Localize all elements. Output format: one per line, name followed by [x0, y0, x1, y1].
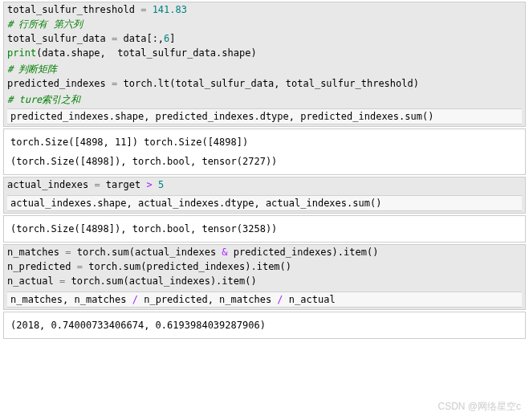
var: total_sulfur_threshold: [7, 4, 135, 15]
text: n_predicted: [7, 261, 77, 272]
code-line: predicted_indexes.shape, predicted_index…: [7, 108, 522, 124]
code-line: print(data.shape, total_sulfur_data.shap…: [4, 46, 525, 60]
code-line: n_predicted = torch.sum(predicted_indexe…: [4, 259, 525, 274]
text: torch.sum(actual_indexes).item(): [65, 275, 256, 287]
code-cell-2: actual_indexes = target > 5 actual_index…: [3, 177, 526, 214]
output-line: (torch.Size([4898]), torch.bool, tensor(…: [7, 219, 522, 239]
code-cell-3: n_matches = torch.sum(actual_indexes & p…: [3, 244, 526, 310]
assign: =: [135, 4, 153, 15]
output-line: torch.Size([4898, 11]) torch.Size([4898]…: [7, 133, 522, 152]
output-cell-3: (2018, 0.74000733406674, 0.6193984039287…: [3, 312, 526, 339]
code-line: actual_indexes.shape, actual_indexes.dty…: [7, 195, 522, 211]
comment-line: # ture索引之和: [4, 92, 525, 107]
number: 5: [158, 179, 164, 190]
operator: &: [222, 247, 227, 258]
text: data[:,: [117, 33, 164, 44]
text: total_sulfur_data: [7, 33, 112, 44]
text: actual_indexes: [7, 179, 94, 190]
code-line: total_sulfur_threshold = 141.83: [4, 2, 525, 17]
code-line: n_actual = torch.sum(actual_indexes).ite…: [4, 274, 525, 288]
number: 141.83: [153, 4, 187, 15]
text: torch.sum(predicted_indexes).item(): [83, 261, 291, 272]
code-line: n_matches, n_matches / n_predicted, n_ma…: [7, 292, 522, 308]
text: n_predicted, n_matches: [138, 294, 277, 305]
text: (data.shape, total_sulfur_data.shape): [36, 47, 257, 59]
assign: =: [77, 261, 83, 272]
operator: /: [277, 294, 283, 305]
code-cell-1: total_sulfur_threshold = 141.83 # 行所有 第六…: [3, 2, 526, 127]
code-line: predicted_indexes = torch.lt(total_sulfu…: [4, 76, 525, 91]
comment-line: # 判断矩阵: [4, 62, 525, 76]
text: n_actual: [283, 294, 336, 305]
text: n_actual: [7, 275, 59, 287]
code-line: n_matches = torch.sum(actual_indexes & p…: [4, 245, 525, 259]
output-cell-2: (torch.Size([4898]), torch.bool, tensor(…: [3, 215, 526, 243]
text: n_matches, n_matches: [10, 294, 132, 305]
assign: =: [94, 179, 100, 190]
output-line: (torch.Size([4898]), torch.bool, tensor(…: [7, 152, 522, 171]
text: predicted_indexes: [7, 78, 112, 89]
text: torch.lt(total_sulfur_data, total_sulfur…: [117, 78, 419, 89]
code-line: total_sulfur_data = data[:,6]: [4, 31, 525, 46]
operator: >: [146, 179, 152, 190]
blank-line: [4, 288, 525, 290]
text: [153, 179, 158, 190]
text: torch.sum(actual_indexes: [71, 247, 222, 258]
code-line: actual_indexes = target > 5: [4, 177, 525, 192]
comment-line: # 行所有 第六列: [4, 17, 525, 31]
builtin: print: [7, 47, 36, 59]
text: target: [100, 179, 147, 190]
text: ]: [169, 33, 175, 44]
output-line: (2018, 0.74000733406674, 0.6193984039287…: [7, 316, 522, 335]
text: n_matches: [7, 247, 65, 258]
watermark: CSDN @网络星空c: [437, 400, 521, 414]
operator: /: [132, 294, 138, 305]
output-cell-1: torch.Size([4898, 11]) torch.Size([4898]…: [3, 128, 526, 175]
text: predicted_indexes).item(): [228, 247, 379, 258]
blank-line: [4, 192, 525, 194]
